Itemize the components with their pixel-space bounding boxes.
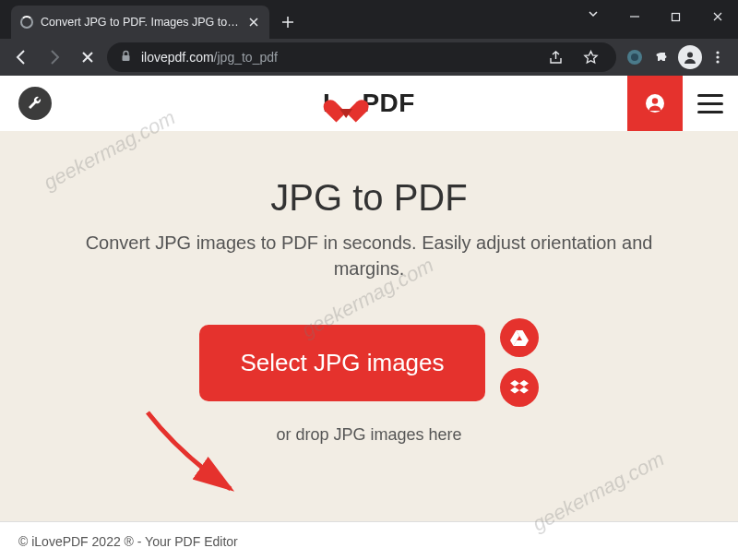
svg-point-6: [716, 55, 719, 58]
extension-icon[interactable]: [622, 44, 648, 70]
select-images-button[interactable]: Select JPG images: [199, 325, 484, 401]
address-bar[interactable]: ilovepdf.com/jpg_to_pdf: [107, 42, 616, 72]
window-close-button[interactable]: [696, 0, 738, 33]
browser-menu-button[interactable]: [705, 44, 731, 70]
share-icon[interactable]: [542, 44, 568, 70]
ilovepdf-logo[interactable]: I PDF: [323, 89, 415, 118]
tab-close-button[interactable]: [247, 16, 260, 29]
google-drive-button[interactable]: [500, 318, 539, 357]
svg-rect-0: [673, 13, 680, 20]
menu-button[interactable]: [683, 76, 738, 131]
extensions-puzzle-icon[interactable]: [649, 44, 675, 70]
bookmark-star-icon[interactable]: [577, 44, 603, 70]
url-text: ilovepdf.com/jpg_to_pdf: [141, 50, 278, 65]
back-button[interactable]: [7, 43, 35, 71]
new-tab-button[interactable]: [275, 9, 301, 35]
hamburger-icon: [697, 94, 723, 113]
svg-point-7: [716, 60, 719, 63]
account-button[interactable]: [627, 76, 683, 131]
tab-title: Convert JPG to PDF. Images JPG to PDF: [41, 16, 240, 29]
page-title: JPG to PDF: [18, 177, 720, 219]
page-subtitle: Convert JPG images to PDF in seconds. Ea…: [74, 230, 664, 281]
logo-text-right: PDF: [362, 89, 415, 118]
browser-titlebar: Convert JPG to PDF. Images JPG to PDF: [0, 0, 738, 39]
forward-button[interactable]: [41, 43, 68, 71]
svg-point-5: [716, 51, 719, 54]
dropbox-button[interactable]: [500, 368, 539, 407]
svg-point-3: [631, 54, 638, 61]
stop-reload-button[interactable]: [74, 43, 101, 71]
site-footer: © iLovePDF 2022 ® - Your PDF Editor: [0, 521, 738, 560]
browser-toolbar: ilovepdf.com/jpg_to_pdf: [0, 39, 738, 76]
window-minimize-button[interactable]: [613, 0, 655, 33]
window-controls: [613, 0, 738, 33]
upload-area: Select JPG images: [18, 318, 720, 407]
lock-icon: [120, 50, 132, 65]
svg-rect-1: [123, 55, 130, 61]
browser-tab[interactable]: Convert JPG to PDF. Images JPG to PDF: [11, 6, 269, 39]
main-content: JPG to PDF Convert JPG images to PDF in …: [0, 131, 738, 560]
tab-search-button[interactable]: [587, 7, 600, 24]
tab-loading-spinner: [20, 16, 33, 29]
svg-point-9: [652, 98, 658, 103]
profile-avatar-icon[interactable]: [677, 44, 703, 70]
window-maximize-button[interactable]: [655, 0, 696, 33]
annotation-arrow: [143, 408, 254, 509]
site-header: I PDF: [0, 76, 738, 131]
svg-point-4: [687, 53, 693, 58]
footer-text: © iLovePDF 2022 ® - Your PDF Editor: [18, 534, 238, 549]
drop-hint-text: or drop JPG images here: [18, 425, 720, 445]
tools-badge-icon[interactable]: [18, 87, 52, 120]
heart-icon: [332, 90, 360, 116]
